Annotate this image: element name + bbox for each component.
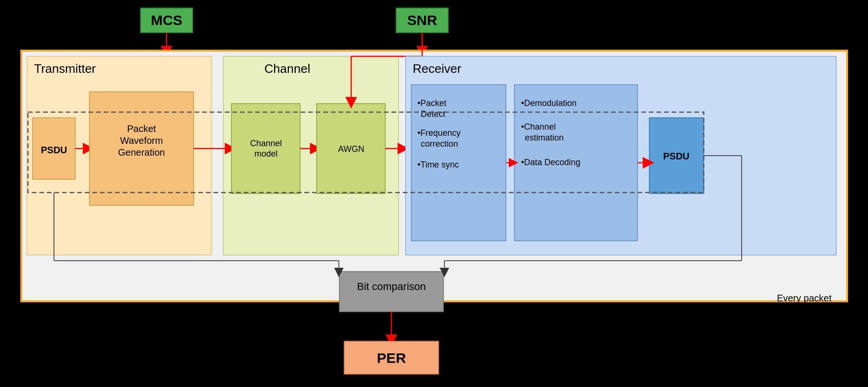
svg-rect-15	[89, 92, 194, 205]
svg-rect-10	[27, 56, 212, 255]
svg-text:•Channel: •Channel	[521, 122, 556, 132]
svg-text:estimation: estimation	[525, 133, 564, 142]
svg-text:PSDU: PSDU	[663, 151, 690, 161]
svg-rect-19	[223, 56, 399, 255]
svg-text:Bit comparison: Bit comparison	[357, 281, 426, 292]
svg-text:AWGN: AWGN	[338, 144, 364, 154]
svg-text:Receiver: Receiver	[413, 62, 461, 76]
svg-text:•Demodulation: •Demodulation	[521, 98, 576, 108]
svg-rect-22	[231, 104, 300, 194]
svg-text:•Time sync: •Time sync	[417, 160, 459, 169]
svg-rect-9	[21, 51, 847, 301]
svg-text:•Packet: •Packet	[417, 98, 446, 108]
svg-text:Waveform: Waveform	[120, 135, 163, 146]
svg-rect-60	[344, 341, 439, 374]
svg-rect-32	[406, 56, 836, 255]
svg-text:Channel: Channel	[250, 139, 282, 148]
svg-text:•Frequency: •Frequency	[417, 128, 461, 138]
svg-rect-50	[339, 272, 443, 312]
svg-rect-49	[28, 112, 704, 193]
svg-text:Channel: Channel	[265, 62, 310, 76]
svg-text:Every packet: Every packet	[777, 293, 832, 303]
svg-text:Generation: Generation	[118, 147, 165, 158]
svg-text:correction: correction	[421, 139, 458, 149]
svg-rect-6	[396, 8, 448, 33]
svg-text:PER: PER	[377, 350, 406, 366]
svg-rect-12	[33, 118, 75, 179]
svg-rect-46	[649, 118, 704, 194]
arrows-overlay: MCS SNR Transmitter PSDU Packet Waveform…	[13, 4, 855, 383]
svg-text:•Data Decoding: •Data Decoding	[521, 158, 580, 167]
svg-text:Transmitter: Transmitter	[34, 62, 96, 76]
diagram-wrapper: MCS SNR Transmitter PSDU Packet Waveform…	[13, 4, 855, 383]
svg-text:Detect: Detect	[421, 109, 445, 119]
svg-text:MCS: MCS	[151, 12, 183, 28]
svg-rect-34	[411, 85, 506, 241]
svg-text:SNR: SNR	[407, 12, 437, 28]
svg-text:model: model	[254, 149, 277, 158]
svg-rect-3	[141, 8, 193, 33]
svg-rect-40	[514, 85, 638, 241]
svg-text:Packet: Packet	[127, 123, 156, 134]
svg-rect-26	[317, 104, 385, 194]
svg-text:PSDU: PSDU	[41, 145, 67, 155]
